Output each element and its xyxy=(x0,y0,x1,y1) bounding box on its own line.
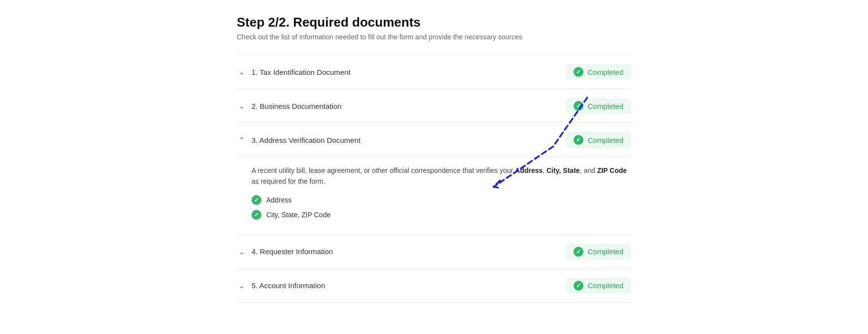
completed-text-5: Completed xyxy=(587,281,623,290)
doc-row-left-1: ⌄ 1. Tax Identification Document xyxy=(237,68,351,76)
completed-badge-1: Completed xyxy=(566,64,631,80)
completed-text-4: Completed xyxy=(587,247,623,256)
completed-badge-5: Completed xyxy=(566,278,631,294)
document-row-2[interactable]: ⌄ 2. Business Documentation Completed xyxy=(237,89,631,123)
completed-icon-1 xyxy=(574,67,583,77)
chevron-down-icon-4: ⌄ xyxy=(237,248,247,256)
doc-row-left-4: ⌄ 4. Requester Information xyxy=(237,247,333,256)
doc-name-1: 1. Tax Identification Document xyxy=(252,68,351,76)
completed-icon-5 xyxy=(574,281,583,291)
completed-icon-4 xyxy=(574,247,583,257)
completed-text-1: Completed xyxy=(587,68,623,76)
expanded-content-3: A recent utility bill, lease agreement, … xyxy=(237,157,631,235)
completed-text-2: Completed xyxy=(587,102,623,110)
checklist-item-address: Address xyxy=(252,195,631,205)
document-row-4[interactable]: ⌄ 4. Requester Information Completed xyxy=(237,235,631,269)
completed-badge-2: Completed xyxy=(566,98,631,114)
document-row-3[interactable]: ⌃ 3. Address Verification Document Compl… xyxy=(237,123,631,157)
checklist-label-city-state-zip: City, State, ZIP Code xyxy=(266,211,330,219)
doc-name-3: 3. Address Verification Document xyxy=(252,136,361,144)
document-list: ⌄ 1. Tax Identification Document Complet… xyxy=(237,55,631,303)
checklist-label-address: Address xyxy=(266,196,291,204)
completed-icon-2 xyxy=(574,101,583,111)
chevron-down-icon-1: ⌄ xyxy=(237,68,247,76)
page-title: Step 2/2. Required documents xyxy=(237,15,631,30)
chevron-up-icon-3: ⌃ xyxy=(237,136,247,144)
doc-name-4: 4. Requester Information xyxy=(252,247,333,256)
address-bold-zip: ZIP Code xyxy=(597,167,627,174)
doc-row-left-5: ⌄ 5. Account Information xyxy=(237,281,325,290)
document-row-5[interactable]: ⌄ 5. Account Information Completed xyxy=(237,269,631,303)
completed-text-3: Completed xyxy=(587,136,623,144)
doc-name-5: 5. Account Information xyxy=(252,281,325,290)
address-bold-address: Address xyxy=(515,167,542,174)
doc-row-left-3: ⌃ 3. Address Verification Document xyxy=(237,136,361,144)
checklist-icon-address xyxy=(252,195,261,205)
chevron-down-icon-2: ⌄ xyxy=(237,102,247,110)
chevron-down-icon-5: ⌄ xyxy=(237,282,247,290)
doc-row-left-2: ⌄ 2. Business Documentation xyxy=(237,102,342,110)
doc-name-2: 2. Business Documentation xyxy=(252,102,342,110)
completed-badge-4: Completed xyxy=(566,244,631,260)
completed-icon-3 xyxy=(574,135,583,145)
address-description: A recent utility bill, lease agreement, … xyxy=(252,165,631,187)
address-bold-city-state: City, State xyxy=(546,167,579,174)
checklist-icon-city-state-zip xyxy=(252,210,261,220)
page-subtitle: Check out the list of information needed… xyxy=(237,33,631,41)
completed-badge-3: Completed xyxy=(566,132,631,148)
page-wrapper: Step 2/2. Required documents Check out t… xyxy=(237,15,631,303)
checklist-item-city-state-zip: City, State, ZIP Code xyxy=(252,210,631,220)
document-row-1[interactable]: ⌄ 1. Tax Identification Document Complet… xyxy=(237,55,631,89)
